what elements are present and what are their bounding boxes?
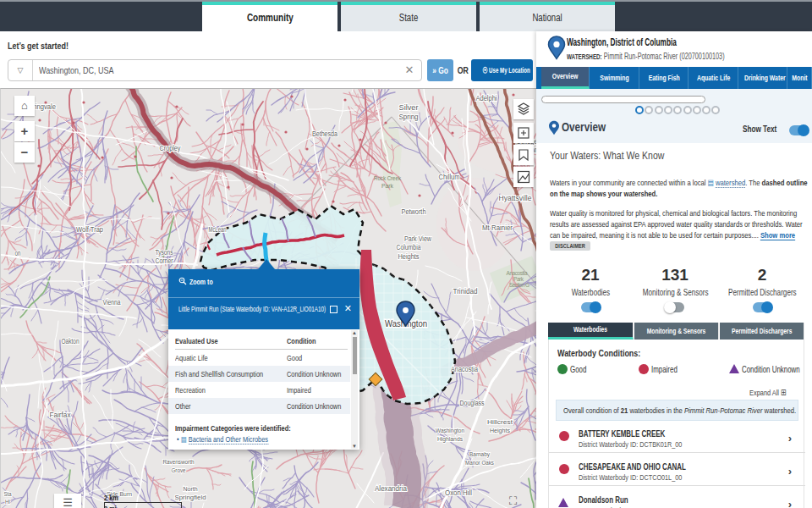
svg-text:Alexandria: Alexandria xyxy=(375,484,407,493)
svg-text:Anacostia: Anacostia xyxy=(451,365,478,373)
svg-text:Park: Park xyxy=(381,182,393,190)
svg-text:Manor Oaks: Manor Oaks xyxy=(465,459,494,467)
svg-text:Adelphi: Adelphi xyxy=(476,94,497,102)
svg-text:Silver: Silver xyxy=(399,103,419,112)
svg-text:Grove: Grove xyxy=(172,467,186,474)
svg-text:Hillcrest: Hillcrest xyxy=(487,418,513,426)
svg-text:Sta: Sta xyxy=(4,490,13,498)
svg-text:Fairfax: Fairfax xyxy=(50,411,72,419)
svg-text:Spring: Spring xyxy=(399,113,419,121)
svg-text:Rock Creek: Rock Creek xyxy=(374,174,401,182)
svg-text:Hyattsville: Hyattsville xyxy=(499,194,532,202)
svg-text:Park: Park xyxy=(513,276,524,282)
svg-text:on: on xyxy=(15,249,21,257)
svg-text:Heights: Heights xyxy=(398,252,420,261)
svg-text:Springfield: Springfield xyxy=(175,494,206,501)
svg-text:Columbia: Columbia xyxy=(397,243,421,251)
svg-text:Highlands: Highlands xyxy=(437,435,463,443)
svg-text:Petworth: Petworth xyxy=(402,207,426,216)
svg-text:Wolf Trap: Wolf Trap xyxy=(76,225,103,234)
svg-text:Douglass: Douglass xyxy=(460,399,485,407)
svg-text:Barnaby: Barnaby xyxy=(469,450,490,458)
svg-text:Ravensworth: Ravensworth xyxy=(163,458,195,466)
svg-text:Chillum: Chillum xyxy=(439,173,460,181)
svg-text:Mt Rainier: Mt Rainier xyxy=(482,224,513,232)
svg-text:Tysons: Tysons xyxy=(156,248,173,257)
svg-text:Bethesda: Bethesda xyxy=(312,130,337,138)
svg-text:Trinidad: Trinidad xyxy=(453,287,478,295)
svg-text:Washington: Washington xyxy=(436,427,464,434)
svg-text:Park View: Park View xyxy=(404,235,432,243)
svg-text:Oxon Hill: Oxon Hill xyxy=(445,489,472,497)
svg-text:Heights: Heights xyxy=(490,427,510,434)
svg-text:North: North xyxy=(184,485,198,493)
svg-text:Section G: Section G xyxy=(509,282,529,288)
svg-text:Oakton: Oakton xyxy=(62,337,80,345)
svg-text:Anacostia: Anacostia xyxy=(507,270,528,276)
svg-text:Vienna: Vienna xyxy=(103,298,121,306)
svg-text:Corner: Corner xyxy=(156,257,173,265)
svg-text:Cropley: Cropley xyxy=(160,144,182,152)
svg-text:McLean: McLean xyxy=(209,225,227,234)
svg-text:HI: HI xyxy=(5,498,10,505)
